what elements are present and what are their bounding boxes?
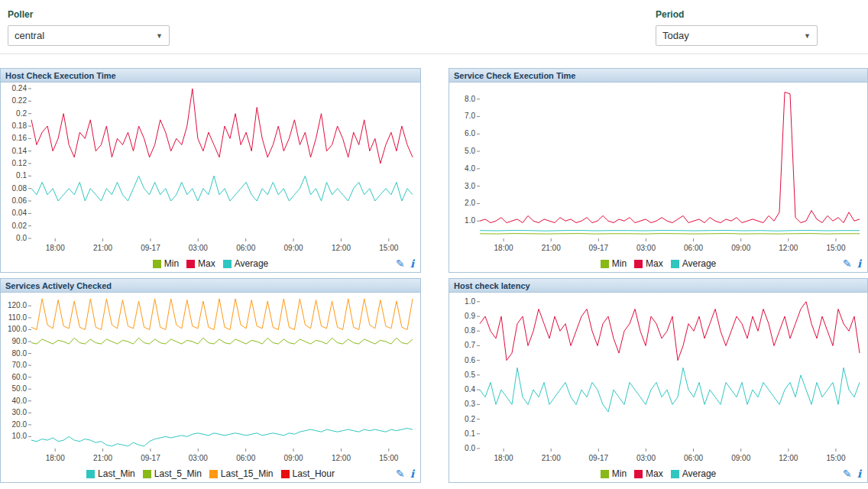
services-actively-checked-chart: 10.020.030.040.050.060.070.080.090.0100.… — [1, 293, 420, 465]
x-tick-label: 21:00 — [93, 454, 112, 462]
y-tick-label: 120.0 — [8, 301, 27, 309]
legend-label: Last_15_Min — [221, 468, 274, 479]
info-icon[interactable]: i — [857, 257, 861, 270]
y-tick-label: 0.16 — [12, 134, 28, 142]
host-check-latency-chart: 0.00.10.20.30.40.50.60.70.80.91.018:0021… — [449, 293, 867, 465]
x-tick-label: 15:00 — [379, 244, 398, 252]
host-check-execution-time-chart: 0.00.020.040.060.080.10.120.140.160.180.… — [1, 83, 420, 255]
panel-title: Host Check Execution Time — [1, 69, 420, 83]
legend-label: Last_Hour — [293, 468, 335, 479]
period-label: Period — [656, 9, 818, 20]
x-tick-label: 03:00 — [189, 454, 208, 462]
chart-legend: MinMaxAverage ✎ i — [449, 255, 867, 272]
x-tick-label: 21:00 — [93, 244, 112, 252]
panel-title: Services Actively Checked — [1, 279, 420, 293]
y-tick-label: 0.18 — [12, 121, 28, 130]
x-tick-label: 09:00 — [731, 244, 750, 252]
y-tick-label: 0.3 — [465, 400, 475, 408]
charts-grid: Host Check Execution Time 0.00.020.040.0… — [0, 68, 868, 483]
legend-swatch — [601, 470, 609, 478]
y-tick-label: 0.1 — [16, 171, 27, 180]
legend-label: Max — [646, 258, 663, 269]
x-tick-label: 12:00 — [779, 244, 798, 252]
y-tick-label: 10.0 — [12, 432, 28, 440]
series-line-max — [480, 302, 860, 361]
x-tick-label: 06:00 — [684, 244, 703, 252]
info-icon[interactable]: i — [410, 257, 414, 270]
poller-label: Poller — [8, 9, 170, 20]
panel-icons: ✎ i — [843, 257, 861, 270]
legend-swatch — [223, 260, 232, 268]
period-select[interactable]: Today ▼ — [656, 25, 818, 46]
x-tick-label: 15:00 — [826, 454, 845, 462]
x-tick-label: 21:00 — [542, 244, 561, 252]
legend-swatch — [634, 260, 643, 268]
y-tick-label: 6.0 — [465, 129, 475, 138]
legend-item-min: Min — [601, 258, 627, 269]
y-tick-label: 0.14 — [12, 147, 28, 155]
y-tick-label: 110.0 — [8, 313, 28, 322]
x-tick-label: 09:00 — [284, 454, 303, 462]
legend-item-last_15_min: Last_15_Min — [209, 468, 274, 479]
x-tick-label: 03:00 — [636, 244, 656, 252]
y-tick-label: 4.0 — [465, 164, 475, 173]
y-tick-label: 0.2 — [465, 415, 475, 423]
y-tick-label: 0.02 — [12, 222, 28, 230]
legend-items: MinMaxAverage — [149, 258, 273, 269]
x-tick-label: 18:00 — [494, 244, 513, 252]
series-line-min — [480, 234, 860, 235]
y-tick-label: 0.2 — [16, 109, 27, 118]
info-icon[interactable]: i — [410, 467, 414, 481]
host-check-execution-time-plot: 0.00.020.040.060.080.10.120.140.160.180.… — [1, 83, 420, 255]
y-tick-label: 1.0 — [465, 216, 475, 225]
legend-label: Min — [612, 468, 627, 479]
legend-items: MinMaxAverage — [597, 468, 721, 479]
legend-swatch — [143, 470, 151, 478]
legend-items: MinMaxAverage — [597, 258, 721, 269]
edit-icon[interactable]: ✎ — [843, 257, 852, 270]
x-tick-label: 09:00 — [284, 244, 303, 252]
y-tick-label: 80.0 — [12, 349, 28, 358]
legend-item-min: Min — [153, 258, 179, 269]
y-tick-label: 40.0 — [12, 397, 28, 405]
y-tick-label: 0.9 — [465, 312, 475, 320]
panel-icons: ✎ i — [396, 467, 414, 481]
panel-host-check-execution-time: Host Check Execution Time 0.00.020.040.0… — [0, 68, 421, 273]
edit-icon[interactable]: ✎ — [396, 467, 405, 481]
edit-icon[interactable]: ✎ — [396, 257, 405, 270]
legend-item-last_min: Last_Min — [86, 468, 135, 479]
chart-legend: Last_MinLast_5_MinLast_15_MinLast_Hour ✎… — [1, 465, 420, 482]
x-tick-label: 09-17 — [141, 454, 160, 462]
edit-icon[interactable]: ✎ — [843, 467, 852, 481]
legend-label: Max — [198, 258, 215, 269]
legend-label: Last_5_Min — [154, 468, 202, 479]
period-selected-value: Today — [662, 30, 689, 41]
y-tick-label: 90.0 — [12, 337, 28, 345]
x-tick-label: 18:00 — [494, 454, 513, 462]
info-icon[interactable]: i — [857, 467, 861, 481]
x-tick-label: 09:00 — [731, 454, 750, 462]
legend-item-max: Max — [634, 468, 663, 479]
chart-legend: MinMaxAverage ✎ i — [1, 255, 420, 272]
series-line-max — [31, 89, 413, 164]
x-tick-label: 03:00 — [189, 244, 208, 252]
y-tick-label: 0.08 — [12, 184, 28, 193]
legend-label: Max — [646, 468, 663, 479]
poller-filter: Poller central ▼ — [8, 9, 170, 46]
panel-host-check-latency: Host check latency 0.00.10.20.30.40.50.6… — [449, 278, 868, 483]
poller-select[interactable]: central ▼ — [8, 25, 170, 46]
panel-title: Service Check Execution Time — [449, 69, 867, 83]
series-line-last_15_min — [31, 299, 413, 329]
y-tick-label: 30.0 — [12, 408, 28, 416]
y-tick-label: 0.0 — [465, 444, 475, 452]
host-check-latency-plot: 0.00.10.20.30.40.50.60.70.80.91.018:0021… — [449, 293, 867, 465]
y-tick-label: 0.5 — [465, 371, 475, 379]
x-tick-label: 06:00 — [236, 454, 255, 462]
y-tick-label: 5.0 — [465, 147, 475, 155]
series-line-last_5_min — [31, 338, 413, 344]
legend-label: Min — [612, 258, 627, 269]
series-line-average — [480, 368, 860, 412]
y-tick-label: 7.0 — [465, 112, 475, 120]
x-tick-label: 15:00 — [826, 244, 845, 252]
legend-label: Last_Min — [98, 468, 135, 479]
